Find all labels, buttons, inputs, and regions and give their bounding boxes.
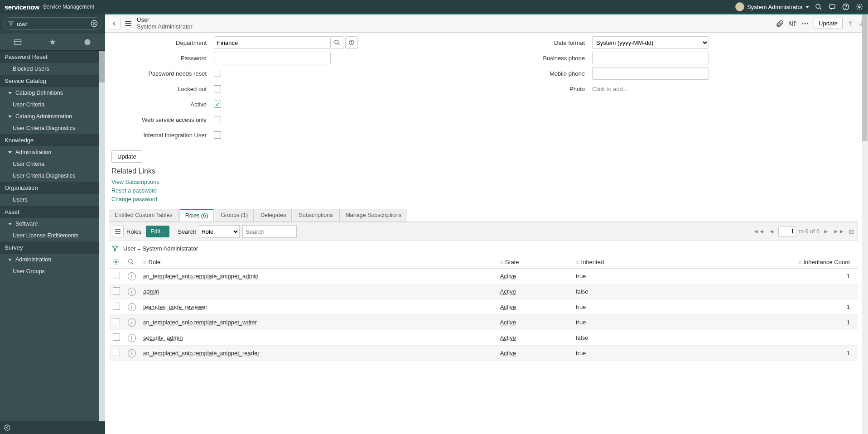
col-header-inheritance-count[interactable]: ≡Inheritance Count — [675, 256, 858, 269]
ws-only-checkbox[interactable] — [214, 116, 221, 123]
internal-checkbox[interactable] — [214, 131, 221, 139]
nav-app[interactable]: Knowledge — [0, 134, 105, 146]
breadcrumb-text[interactable]: User = System Administrator — [123, 245, 198, 252]
business-phone-field[interactable] — [592, 52, 709, 64]
row-checkbox[interactable] — [113, 272, 120, 279]
pager-last-icon[interactable]: ►► — [832, 228, 845, 235]
form-update-button[interactable]: Update — [111, 150, 142, 163]
link-reset-password[interactable]: Reset a password — [111, 187, 855, 195]
tab-entitled-tables[interactable]: Entitled Custom Tables — [109, 209, 178, 222]
back-button[interactable] — [109, 18, 121, 29]
nav-module[interactable]: User Criteria Diagnostics — [0, 122, 105, 134]
cell-state[interactable]: Active — [500, 273, 516, 280]
department-info-icon[interactable] — [345, 36, 358, 49]
tab-subscriptions[interactable]: Subscriptions — [293, 209, 338, 222]
clear-filter-icon[interactable] — [90, 19, 98, 28]
row-info-icon[interactable]: i — [128, 349, 136, 357]
department-lookup-icon[interactable] — [331, 36, 343, 49]
nav-group[interactable]: Software — [0, 218, 105, 230]
cell-role[interactable]: sn_templated_snip.template_snippet_reade… — [143, 350, 260, 357]
col-search-toggle[interactable] — [124, 256, 140, 269]
cell-role[interactable]: sn_templated_snip.template_snippet_write… — [143, 319, 257, 326]
col-header-role[interactable]: ≡Role — [140, 256, 497, 269]
pager-collapse-icon[interactable]: ⊟ — [848, 228, 855, 235]
more-actions-icon[interactable] — [801, 19, 809, 28]
row-checkbox[interactable] — [113, 333, 120, 341]
tab-roles[interactable]: Roles (6) — [179, 209, 214, 222]
prev-record-icon[interactable] — [847, 20, 854, 27]
nav-group[interactable]: Catalog Definitions — [0, 87, 105, 99]
list-search-input[interactable] — [242, 225, 297, 238]
nav-module[interactable]: User License Entitlements — [0, 230, 105, 241]
nav-module[interactable]: User Groups — [0, 265, 105, 277]
row-checkbox[interactable] — [113, 287, 120, 294]
mobile-phone-field[interactable] — [592, 67, 709, 80]
nav-filter-input[interactable] — [17, 20, 88, 27]
list-edit-button[interactable]: Edit... — [146, 226, 169, 237]
list-search-field-select[interactable]: Role — [199, 225, 240, 238]
nav-module[interactable]: User Criteria — [0, 99, 105, 111]
row-info-icon[interactable]: i — [128, 272, 136, 280]
gear-icon[interactable] — [855, 3, 863, 11]
cell-state[interactable]: Active — [500, 319, 516, 326]
nav-app[interactable]: Password Reset — [0, 51, 105, 63]
department-field[interactable] — [214, 36, 331, 49]
nav-collapse-button[interactable] — [0, 421, 105, 434]
cell-role[interactable]: admin — [143, 288, 159, 295]
row-info-icon[interactable]: i — [128, 318, 136, 327]
pager-next-icon[interactable]: ► — [822, 228, 829, 235]
list-title[interactable]: Roles — [126, 228, 141, 235]
nav-scrollbar[interactable] — [99, 51, 105, 421]
link-view-subscriptions[interactable]: View Subscriptions — [111, 178, 855, 187]
pager-page-input[interactable] — [778, 227, 796, 236]
user-menu[interactable]: System Administrator — [735, 2, 809, 11]
nav-group[interactable]: Catalog Administration — [0, 111, 105, 122]
cell-state[interactable]: Active — [500, 334, 516, 341]
nav-module[interactable]: User Criteria — [0, 158, 105, 170]
col-header-inherited[interactable]: ≡Inherited — [572, 256, 675, 269]
cell-role[interactable]: teamdev_code_reviewer — [143, 304, 207, 310]
nav-app[interactable]: Service Catalog — [0, 75, 105, 87]
cell-state[interactable]: Active — [500, 350, 516, 357]
pager-prev-icon[interactable]: ◄ — [768, 228, 775, 235]
nav-group[interactable]: Administration — [0, 146, 105, 158]
nav-module[interactable]: User Criteria Diagnostics — [0, 170, 105, 182]
personalize-form-icon[interactable] — [788, 19, 796, 28]
link-change-password[interactable]: Change password — [111, 195, 855, 204]
nav-app[interactable]: Organization — [0, 182, 105, 194]
date-format-select[interactable]: System (yyyy-MM-dd) — [592, 36, 709, 49]
help-icon[interactable] — [842, 3, 850, 11]
nav-app[interactable]: Asset — [0, 206, 105, 218]
nav-tab-history[interactable] — [70, 34, 105, 50]
col-personalize[interactable] — [109, 256, 124, 269]
cell-role[interactable]: sn_templated_snip.template_snippet_admin — [143, 273, 258, 280]
nav-module[interactable]: Users — [0, 194, 105, 206]
row-checkbox[interactable] — [113, 318, 120, 325]
main-scrollbar[interactable] — [862, 14, 868, 434]
nav-module[interactable]: Blocked Users — [0, 63, 105, 75]
cell-state[interactable]: Active — [500, 304, 516, 310]
tab-groups[interactable]: Groups (1) — [215, 209, 254, 222]
photo-add-link[interactable]: Click to add... — [592, 86, 628, 92]
active-checkbox[interactable] — [214, 101, 221, 108]
row-info-icon[interactable]: i — [128, 303, 136, 311]
col-header-state[interactable]: ≡State — [497, 256, 572, 269]
row-info-icon[interactable]: i — [128, 288, 136, 296]
form-context-menu[interactable] — [123, 18, 133, 29]
nav-group[interactable]: Administration — [0, 254, 105, 265]
password-field[interactable] — [214, 52, 331, 64]
tab-delegates[interactable]: Delegates — [255, 209, 292, 222]
pager-first-icon[interactable]: ◄◄ — [752, 228, 766, 235]
row-checkbox[interactable] — [113, 349, 120, 356]
needs-reset-checkbox[interactable] — [214, 70, 221, 77]
tab-manage-subscriptions[interactable]: Manage Subscriptions — [339, 209, 407, 222]
row-checkbox[interactable] — [113, 303, 120, 310]
global-search-icon[interactable] — [815, 3, 823, 11]
cell-state[interactable]: Active — [500, 288, 516, 295]
cell-role[interactable]: security_admin — [143, 334, 183, 341]
locked-out-checkbox[interactable] — [214, 85, 221, 92]
funnel-icon[interactable] — [111, 245, 119, 252]
nav-tab-apps[interactable] — [0, 34, 35, 50]
nav-app[interactable]: Survey — [0, 241, 105, 254]
row-info-icon[interactable]: i — [128, 334, 136, 342]
